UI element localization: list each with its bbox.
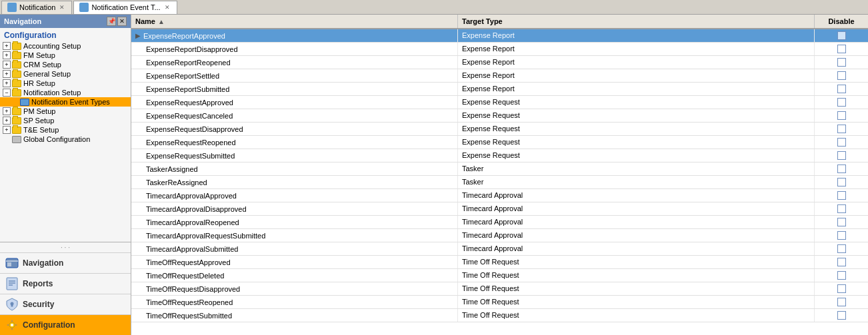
table-row[interactable]: ExpenseReportSubmitted Expense Report xyxy=(131,83,868,96)
cell-disable-4[interactable] xyxy=(815,83,868,95)
disable-checkbox-4[interactable] xyxy=(837,85,846,93)
disable-checkbox-3[interactable] xyxy=(837,71,846,80)
sidebar-item-global-config[interactable]: Global Configuration xyxy=(0,135,131,144)
table-row[interactable]: TimeOffRequestDeleted Time Off Request xyxy=(131,269,868,282)
cell-disable-2[interactable] xyxy=(815,56,868,69)
disable-checkbox-18[interactable] xyxy=(837,271,846,280)
tab-notification[interactable]: Notification ✕ xyxy=(1,1,72,14)
disable-checkbox-7[interactable] xyxy=(837,125,846,133)
cell-disable-15[interactable] xyxy=(815,229,868,242)
sidebar-nav-reports[interactable]: Reports xyxy=(0,273,131,294)
sidebar-item-crm-setup[interactable]: + CRM Setup xyxy=(0,60,131,69)
cell-disable-7[interactable] xyxy=(815,123,868,135)
sidebar-item-notification-event-types[interactable]: Notification Event Types xyxy=(0,97,131,107)
disable-checkbox-2[interactable] xyxy=(837,58,846,67)
cell-disable-16[interactable] xyxy=(815,242,868,255)
tab-notification-event-close[interactable]: ✕ xyxy=(163,3,171,11)
disable-checkbox-19[interactable] xyxy=(837,284,846,293)
sidebar-pin-button[interactable]: 📌 xyxy=(107,17,116,26)
expand-icon-general[interactable]: + xyxy=(3,70,11,78)
col-header-disable[interactable]: Disable xyxy=(815,15,868,28)
cell-disable-1[interactable] xyxy=(815,43,868,55)
expand-icon-accounting[interactable]: + xyxy=(3,42,11,50)
tab-notification-event-types[interactable]: Notification Event T... ✕ xyxy=(73,1,177,14)
cell-disable-12[interactable] xyxy=(815,189,868,202)
cell-disable-0[interactable] xyxy=(815,29,868,42)
cell-disable-8[interactable] xyxy=(815,136,868,149)
expand-icon-notification[interactable]: − xyxy=(3,89,11,97)
sidebar-item-accounting-setup[interactable]: + Accounting Setup xyxy=(0,41,131,51)
cell-disable-20[interactable] xyxy=(815,296,868,308)
col-header-name[interactable]: Name ▲ xyxy=(131,15,458,28)
col-header-target[interactable]: Target Type xyxy=(458,15,815,28)
cell-disable-11[interactable] xyxy=(815,176,868,188)
table-row[interactable]: TimecardApprovalReopened Timecard Approv… xyxy=(131,216,868,229)
tab-notification-close[interactable]: ✕ xyxy=(58,3,66,11)
expand-icon-sp[interactable]: + xyxy=(3,117,11,125)
expand-icon-hr[interactable]: + xyxy=(3,79,11,87)
table-row[interactable]: TimecardApprovalRequestSubmitted Timecar… xyxy=(131,229,868,242)
disable-checkbox-15[interactable] xyxy=(837,231,846,240)
disable-checkbox-12[interactable] xyxy=(837,191,846,200)
disable-checkbox-20[interactable] xyxy=(837,298,846,306)
table-row[interactable]: ExpenseReportReopened Expense Report xyxy=(131,56,868,69)
table-row[interactable]: TimecardApprovalApproved Timecard Approv… xyxy=(131,189,868,202)
table-row[interactable]: ExpenseRequestSubmitted Expense Request xyxy=(131,149,868,163)
cell-disable-14[interactable] xyxy=(815,216,868,228)
cell-disable-3[interactable] xyxy=(815,69,868,82)
expand-icon-pm[interactable]: + xyxy=(3,107,11,115)
table-row[interactable]: ExpenseRequestDisapproved Expense Reques… xyxy=(131,123,868,136)
expand-icon-fm[interactable]: + xyxy=(3,51,11,59)
table-row[interactable]: TaskerReAssigned Tasker xyxy=(131,176,868,189)
disable-checkbox-6[interactable] xyxy=(837,111,846,120)
table-row[interactable]: ExpenseRequestCanceled Expense Request xyxy=(131,109,868,123)
sidebar-item-pm-setup[interactable]: + PM Setup xyxy=(0,107,131,116)
cell-disable-17[interactable] xyxy=(815,256,868,268)
disable-checkbox-8[interactable] xyxy=(837,138,846,147)
table-row[interactable]: ▶ ExpenseReportApproved Expense Report xyxy=(131,29,868,43)
sidebar-nav-navigation[interactable]: Navigation xyxy=(0,252,131,273)
sidebar-item-tne-setup[interactable]: + T&E Setup xyxy=(0,125,131,135)
sidebar-item-hr-setup[interactable]: + HR Setup xyxy=(0,79,131,88)
table-row[interactable]: TimecardApprovalSubmitted Timecard Appro… xyxy=(131,242,868,256)
disable-checkbox-0[interactable] xyxy=(837,31,846,40)
cell-disable-21[interactable] xyxy=(815,309,868,322)
table-row[interactable]: TimeOffRequestDisapproved Time Off Reque… xyxy=(131,282,868,296)
disable-checkbox-5[interactable] xyxy=(837,98,846,107)
cell-disable-19[interactable] xyxy=(815,282,868,295)
table-row[interactable]: ExpenseRequestReopened Expense Request xyxy=(131,136,868,149)
sidebar-close-button[interactable]: ✕ xyxy=(117,17,127,26)
disable-checkbox-9[interactable] xyxy=(837,151,846,160)
cell-disable-6[interactable] xyxy=(815,109,868,122)
disable-checkbox-14[interactable] xyxy=(837,218,846,226)
sidebar-item-notification-setup[interactable]: − Notification Setup xyxy=(0,88,131,97)
table-row[interactable]: TaskerAssigned Tasker xyxy=(131,163,868,176)
table-row[interactable]: TimeOffRequestApproved Time Off Request xyxy=(131,256,868,269)
sidebar-nav-security[interactable]: Security xyxy=(0,294,131,314)
sidebar-item-general-setup[interactable]: + General Setup xyxy=(0,69,131,79)
table-row[interactable]: TimeOffRequestReopened Time Off Request xyxy=(131,296,868,309)
disable-checkbox-16[interactable] xyxy=(837,244,846,253)
disable-checkbox-1[interactable] xyxy=(837,45,846,53)
cell-disable-5[interactable] xyxy=(815,96,868,109)
sidebar-item-sp-setup[interactable]: + SP Setup xyxy=(0,116,131,125)
table-row[interactable]: ExpenseRequestApproved Expense Request xyxy=(131,96,868,109)
table-row[interactable]: ExpenseReportDisapproved Expense Report xyxy=(131,43,868,56)
disable-checkbox-10[interactable] xyxy=(837,165,846,173)
table-row[interactable]: TimecardApprovalDisapproved Timecard App… xyxy=(131,202,868,216)
table-row[interactable]: TimeOffRequestSubmitted Time Off Request xyxy=(131,309,868,322)
disable-checkbox-11[interactable] xyxy=(837,178,846,186)
cell-disable-9[interactable] xyxy=(815,149,868,162)
table-row[interactable]: ExpenseReportSettled Expense Report xyxy=(131,69,868,83)
cell-name-10: TaskerAssigned xyxy=(131,163,458,175)
expand-icon-crm[interactable]: + xyxy=(3,61,11,69)
expand-icon-tne[interactable]: + xyxy=(3,126,11,134)
disable-checkbox-17[interactable] xyxy=(837,258,846,266)
cell-disable-18[interactable] xyxy=(815,269,868,282)
cell-disable-13[interactable] xyxy=(815,202,868,215)
sidebar-nav-configuration[interactable]: Configuration xyxy=(0,314,131,335)
disable-checkbox-21[interactable] xyxy=(837,311,846,320)
cell-disable-10[interactable] xyxy=(815,163,868,175)
sidebar-item-fm-setup[interactable]: + FM Setup xyxy=(0,51,131,60)
disable-checkbox-13[interactable] xyxy=(837,204,846,213)
